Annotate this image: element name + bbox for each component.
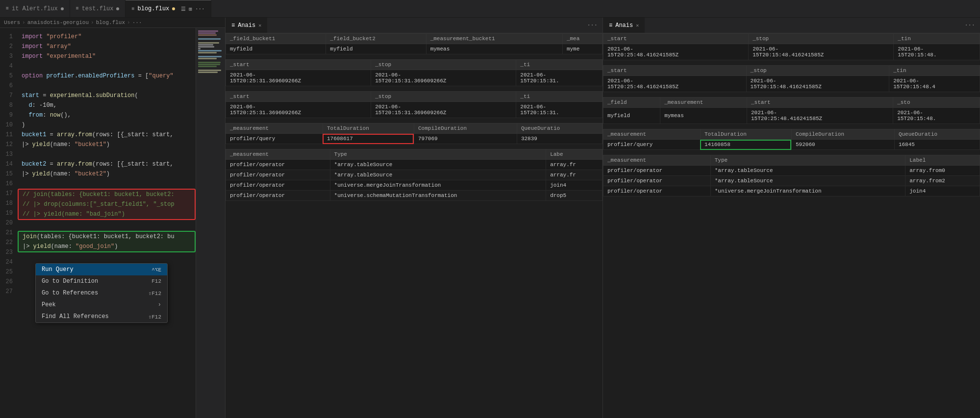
panel-2-section-5: _measurement Type Label profiler/operato… [603, 155, 980, 197]
p2-cell-op2: profiler/operator [603, 176, 711, 186]
ctx-go-def-label: Go to Definition [42, 278, 98, 285]
table-gap [226, 55, 603, 59]
tab-more-icon[interactable]: ··· [195, 6, 205, 12]
cell-type4: *universe.schemaMutationTransformation [330, 191, 546, 201]
table-gap [226, 145, 603, 149]
table-row: profiler/query 14160858 592060 16845 [603, 140, 980, 150]
line-numbers: 1 2 3 4 5 6 7 8 9 10 11 12 13 14 15 16 1 [0, 28, 18, 418]
ctx-find-all-refs[interactable]: Find All References ⇧F12 [36, 311, 167, 322]
p2-col-measurement5: _measurement [603, 155, 711, 166]
panel-1-tab-close[interactable]: ✕ [258, 23, 261, 28]
panel-1-section-3: _start _stop _ti 2021-06-15T20:25:31.369… [226, 91, 603, 118]
ctx-peek[interactable]: Peek › [36, 299, 167, 311]
panel-2-tab-close[interactable]: ✕ [636, 23, 639, 28]
p2-cell-start2: 2021-06-15T20:25:48.416241585Z [603, 76, 747, 92]
tab-dot-test [116, 7, 119, 10]
col-start: _start [226, 60, 371, 70]
breadcrumb: Users › anaisdotis-georgiou › blog.flux … [0, 18, 225, 28]
tab-dot-alert [61, 7, 64, 10]
p2-col-queue-duration: QueueDuratio [894, 129, 980, 140]
col-measurement-bucket1: _measurement_bucket1 [426, 34, 562, 44]
p2-cell-label1: array.from0 [905, 166, 980, 176]
table-gap [603, 151, 980, 155]
panel-1-tab-actions[interactable]: ··· [582, 18, 603, 33]
ctx-go-to-references[interactable]: Go to References ⇧F12 [36, 287, 167, 299]
ctx-peek-arrow: › [158, 301, 161, 308]
cell-type1: *array.tableSource [330, 160, 546, 170]
cell-op2: profiler/operator [226, 170, 330, 180]
tab-list-icon: ☰ [181, 6, 186, 12]
panel-1-content: _field_bucket1 _field_bucket2 _measureme… [226, 33, 603, 418]
tab-split-icon: ⊞ [189, 6, 192, 12]
main-layout: Users › anaisdotis-georgiou › blog.flux … [0, 18, 980, 418]
p2-col-stop: _stop [749, 34, 894, 44]
code-line-14: bucket2 = array.from(rows: [{_start: sta… [18, 159, 196, 169]
table-gap [226, 119, 603, 123]
panel-2-tab-anais[interactable]: ≡ Anais ✕ [603, 18, 645, 33]
code-line-19: // |> yield(name: "bad_join") [19, 209, 195, 219]
p2-cell-label3: join4 [905, 186, 980, 197]
p2-col-measurement3: _measurement [660, 98, 747, 108]
panel-1-tab-label: Anais [238, 22, 255, 29]
code-line-4 [18, 61, 196, 71]
col-measurement5: _measurement [226, 149, 330, 160]
table-row: profiler/operator *array.tableSource arr… [603, 176, 980, 186]
cell-label2: array.fr [546, 170, 603, 180]
code-line-13 [18, 149, 196, 159]
panel-2-table-1: _start _stop _tin 2021-06-15T20:25:48.41… [603, 33, 980, 60]
tab-bar: ≡ it Alert.flux ≡ test.flux ≡ blog.flux … [0, 0, 980, 18]
code-line-1: import "profiler" [18, 32, 196, 42]
tab-test[interactable]: ≡ test.flux [70, 0, 126, 17]
p2-col-field: _field [603, 98, 660, 108]
right-panels: ≡ Anais ✕ ··· _field_bucket1 _field_buck… [226, 18, 980, 418]
col-ti2: _ti [516, 92, 603, 102]
col-total-duration: TotalDuration [323, 123, 414, 134]
col-ti: _ti [516, 60, 603, 70]
p2-col-tin2: _tin [889, 66, 980, 76]
cell-start1: 2021-06-15T20:25:31.369609266Z [226, 70, 371, 86]
minimap [196, 28, 225, 418]
ctx-go-to-definition[interactable]: Go to Definition F12 [36, 275, 167, 287]
cell-ti2: 2021-06-15T20:15:31. [516, 102, 603, 118]
flux-icon-test: ≡ [76, 6, 79, 11]
p2-col-total-duration: TotalDuration [700, 129, 791, 140]
code-line-26 [18, 333, 196, 343]
tab-alert[interactable]: ≡ it Alert.flux [0, 0, 70, 17]
table-row: 2021-06-15T20:25:48.416241585Z 2021-06-1… [603, 76, 980, 92]
table-row: myfield myfield mymeas myme [226, 44, 603, 54]
table-row: profiler/operator *array.tableSource arr… [226, 160, 603, 170]
panel-1-tab-bar: ≡ Anais ✕ ··· [226, 18, 603, 33]
code-line-23 [18, 253, 196, 263]
editor-pane: Users › anaisdotis-georgiou › blog.flux … [0, 18, 226, 418]
p2-cell-compile-duration-value: 592060 [791, 140, 894, 150]
table-row: profiler/query 17608617 797069 32839 [226, 134, 603, 144]
panel-1-table-1: _field_bucket1 _field_bucket2 _measureme… [226, 33, 603, 54]
table-row: 2021-06-15T20:25:31.369609266Z 2021-06-1… [226, 70, 603, 86]
panel-2-section-3: _field _measurement _start _sto myfield … [603, 97, 980, 124]
panel-1-section-2: _start _stop _ti 2021-06-15T20:25:31.369… [226, 59, 603, 86]
cell-op1: profiler/operator [226, 160, 330, 170]
panel-2-table-2: _start _stop _tin 2021-06-15T20:25:48.41… [603, 65, 980, 92]
ctx-run-query[interactable]: Run Query ^⌥E [36, 264, 167, 275]
p2-cell-total-duration-value: 14160858 [700, 140, 791, 150]
breadcrumb-user: anaisdotis-georgiou [27, 20, 89, 25]
tab-label-blog: blog.flux [137, 5, 169, 12]
col-mea: _mea [562, 34, 602, 44]
p2-cell-type2: *array.tableSource [710, 176, 905, 186]
col-type: Type [330, 149, 546, 160]
code-line-17: // join(tables: {bucket1: bucket1, bucke… [19, 190, 195, 199]
cell-mymeas1: mymeas [426, 44, 562, 54]
tab-blog[interactable]: ≡ blog.flux ☰ ⊞ ··· [126, 0, 211, 17]
panel-1-tab-anais[interactable]: ≡ Anais ✕ [226, 18, 267, 33]
col-measurement4: _measurement [226, 123, 323, 134]
p2-cell-queue-duration-value: 16845 [894, 140, 980, 150]
table-row: 2021-06-15T20:25:48.416241585Z 2021-06-1… [603, 44, 980, 60]
cell-total-duration-value: 17608617 [323, 134, 414, 144]
panel-2-content: _start _stop _tin 2021-06-15T20:25:48.41… [603, 33, 980, 418]
p2-col-type: Type [710, 155, 905, 166]
table-gap [603, 93, 980, 97]
ctx-run-query-label: Run Query [42, 266, 74, 273]
code-line-3: import "experimental" [18, 51, 196, 61]
panel-2-tab-actions[interactable]: ··· [959, 18, 980, 33]
code-lines: import "profiler" import "array" import … [18, 28, 196, 418]
